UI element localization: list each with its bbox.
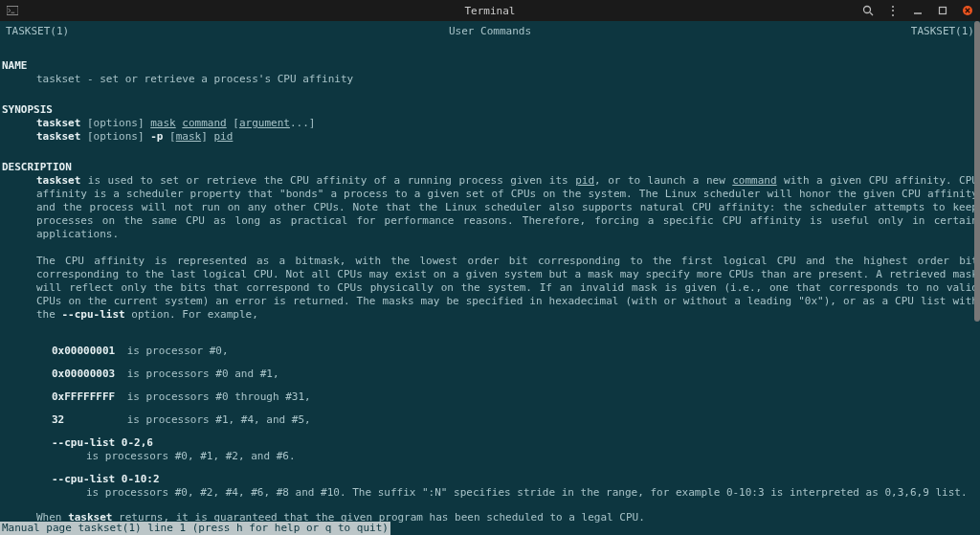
- minimize-button[interactable]: [911, 4, 924, 17]
- svg-line-3: [870, 12, 873, 15]
- example-2: 0x00000003 is processors #0 and #1,: [52, 368, 978, 381]
- search-icon[interactable]: [861, 4, 875, 17]
- maximize-button[interactable]: [936, 4, 949, 17]
- synopsis-line-2: taskset [options] -p [mask] pid: [36, 130, 978, 144]
- menu-icon[interactable]: ⋮: [886, 4, 900, 17]
- svg-rect-0: [7, 7, 18, 15]
- manpage-header-left: TASKSET(1): [6, 25, 69, 38]
- example-6-body: is processors #0, #2, #4, #6, #8 and #10…: [86, 486, 978, 500]
- example-1: 0x00000001 is processor #0,: [52, 345, 978, 358]
- scrollbar-thumb[interactable]: [974, 21, 980, 322]
- section-synopsis-head: SYNOPSIS: [2, 103, 978, 117]
- manpage-header-center: User Commands: [449, 25, 531, 38]
- manpage-header: TASKSET(1) User Commands TASKSET(1): [2, 25, 978, 42]
- example-3: 0xFFFFFFFF is processors #0 through #31,: [52, 390, 978, 404]
- synopsis-line-1: taskset [options] mask command [argument…: [36, 117, 978, 130]
- manpage-header-right: TASKSET(1): [911, 25, 974, 38]
- titlebar: Terminal ⋮: [0, 0, 980, 21]
- svg-point-2: [864, 7, 871, 13]
- example-5: --cpu-list 0-2,6: [52, 436, 978, 450]
- section-name-body: taskset - set or retrieve a process's CP…: [36, 73, 978, 86]
- terminal-icon: [6, 5, 19, 16]
- example-5-body: is processors #0, #1, #2, and #6.: [86, 450, 978, 463]
- description-para-1: taskset is used to set or retrieve the C…: [36, 174, 978, 241]
- close-button[interactable]: [961, 4, 974, 17]
- section-name-head: NAME: [2, 59, 978, 73]
- window-title: Terminal: [0, 5, 980, 17]
- manpage-content[interactable]: TASKSET(1) User Commands TASKSET(1) NAME…: [0, 21, 980, 535]
- pager-status-line: Manual page taskset(1) line 1 (press h f…: [0, 522, 390, 535]
- example-6: --cpu-list 0-10:2: [52, 473, 978, 486]
- example-4: 32 is processors #1, #4, and #5,: [52, 413, 978, 427]
- scrollbar[interactable]: [974, 21, 980, 522]
- svg-rect-5: [940, 8, 947, 14]
- section-description-head: DESCRIPTION: [2, 161, 978, 174]
- description-para-2: The CPU affinity is represented as a bit…: [36, 255, 978, 322]
